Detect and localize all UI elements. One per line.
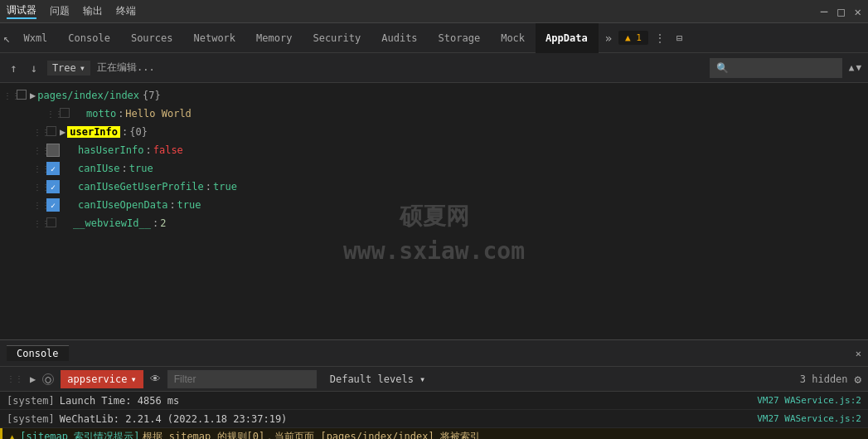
tab-more-button[interactable]: » xyxy=(599,32,618,45)
close-button[interactable]: ✕ xyxy=(855,5,861,18)
minimize-button[interactable]: ─ xyxy=(821,5,827,18)
appdata-toolbar: ↑ ↓ Tree ▾ 正在编辑... ▲ ▼ xyxy=(0,53,868,83)
row-dots-hasuserinfo: ⋮⋮ xyxy=(33,146,46,155)
search-input[interactable] xyxy=(710,58,842,78)
settings-button[interactable]: ⚙ xyxy=(855,373,861,386)
caniuseopendata-colon: : xyxy=(169,199,175,211)
toolbar-down-button[interactable]: ↓ xyxy=(27,60,40,76)
tab-wxml[interactable]: Wxml xyxy=(13,23,58,53)
hidden-count: 3 hidden xyxy=(800,373,848,385)
tab-console[interactable]: Console xyxy=(58,23,121,53)
msg-link-0[interactable]: VM27 WAService.js:2 xyxy=(757,395,861,406)
sitemap-link[interactable]: [sitemap 索引情况提示] xyxy=(20,430,139,439)
editing-status: 正在编辑... xyxy=(97,61,155,75)
eye-button[interactable]: 👁 xyxy=(150,373,161,385)
userinfo-key: userInfo xyxy=(67,126,120,138)
hasuserinfo-key: hasUserInfo xyxy=(78,144,143,156)
tab-warning-badge[interactable]: ▲ 1 xyxy=(618,31,648,45)
main-content: ↑ ↓ Tree ▾ 正在编辑... ▲ ▼ ⋮⋮ ▶ pages/index/… xyxy=(0,53,868,339)
caniuse-value: true xyxy=(129,163,153,174)
caniuse-colon: : xyxy=(122,163,128,174)
tree-dropdown[interactable]: Tree ▾ xyxy=(47,61,90,76)
tab-options-button[interactable]: ⋮ xyxy=(648,32,672,44)
tab-security[interactable]: Security xyxy=(303,23,371,53)
msg-prefix-1: [system] xyxy=(7,413,55,425)
caniuse-key: canIUse xyxy=(78,163,120,174)
tree-row-caniusegetuserprofile[interactable]: ⋮⋮ ✓ canIUseGetUserProfile : true xyxy=(0,178,868,196)
console-tab-label: Console xyxy=(17,348,59,359)
tree-arrow-icon: ▾ xyxy=(80,62,85,74)
tree-row-userinfo[interactable]: ⋮⋮ ▶ userInfo : {0} xyxy=(0,123,868,141)
default-levels-dropdown[interactable]: Default levels ▾ xyxy=(330,373,426,385)
console-play-button[interactable]: ▶ xyxy=(30,373,36,385)
console-panel: Console ✕ ⋮⋮ ▶ ○ appservice ▾ 👁 Default … xyxy=(0,339,868,439)
tree-row-webviewid[interactable]: ⋮⋮ __webviewId__ : 2 xyxy=(0,214,868,232)
tree-view: ⋮⋮ ▶ pages/index/index {7} ⋮⋮ motto : He… xyxy=(0,83,868,339)
caniusegetuserprofile-colon: : xyxy=(206,181,211,193)
tree-row-caniuse[interactable]: ⋮⋮ ✓ canIUse : true xyxy=(0,159,868,178)
hasuserinfo-checkbox[interactable] xyxy=(46,144,60,157)
hasuserinfo-value: false xyxy=(153,144,183,156)
title-bar-terminal[interactable]: 终端 xyxy=(116,4,136,18)
userinfo-colon: : xyxy=(122,126,128,138)
console-msg-0: [system] Launch Time: 4856 ms VM27 WASer… xyxy=(0,392,868,410)
tree-row-motto[interactable]: ⋮⋮ motto : Hello World xyxy=(13,105,868,123)
msg-link-1[interactable]: VM27 WAService.js:2 xyxy=(757,413,861,424)
tab-network[interactable]: Network xyxy=(184,23,247,53)
maximize-button[interactable]: □ xyxy=(837,5,844,18)
motto-colon: : xyxy=(118,108,124,120)
filter-input[interactable] xyxy=(167,370,317,388)
row-dots-caniusegetuserprofile: ⋮⋮ xyxy=(33,183,46,192)
console-filter-bar: ⋮⋮ ▶ ○ appservice ▾ 👁 Default levels ▾ 3… xyxy=(0,367,868,392)
caniusegetuserprofile-checkbox[interactable]: ✓ xyxy=(46,180,60,193)
tree-row-root[interactable]: ⋮⋮ ▶ pages/index/index {7} xyxy=(0,86,868,105)
root-key: pages/index/index xyxy=(37,90,139,101)
userinfo-value: {0} xyxy=(129,126,148,138)
tree-row-caniuseopendata[interactable]: ⋮⋮ ✓ canIUseOpenData : true xyxy=(0,196,868,214)
tab-mock[interactable]: Mock xyxy=(491,23,536,53)
console-close-button[interactable]: ✕ xyxy=(856,348,861,359)
toolbar-up-button[interactable]: ↑ xyxy=(7,60,20,76)
motto-checkbox-empty xyxy=(60,108,73,120)
tab-storage[interactable]: Storage xyxy=(429,23,492,53)
appservice-label: appservice xyxy=(67,373,127,385)
appservice-dropdown[interactable]: appservice ▾ xyxy=(61,370,143,388)
caniusegetuserprofile-key: canIUseGetUserProfile xyxy=(78,181,204,193)
msg-text-2: 根据 sitemap 的规则[0]，当前页面 [pages/index/inde… xyxy=(143,430,479,439)
title-bar-debugger[interactable]: 调试器 xyxy=(7,3,36,19)
console-circle-button[interactable]: ○ xyxy=(42,373,54,385)
webviewid-value: 2 xyxy=(160,217,166,229)
title-bar-right: ─ □ ✕ xyxy=(821,5,861,18)
title-bar: 调试器 问题 输出 终端 ─ □ ✕ xyxy=(0,0,868,23)
title-bar-output[interactable]: 输出 xyxy=(83,4,103,18)
webviewid-checkbox-empty xyxy=(46,217,60,230)
caniusegetuserprofile-value: true xyxy=(213,181,237,193)
tab-sources[interactable]: Sources xyxy=(121,23,184,53)
tab-cursor-icon: ↖ xyxy=(3,32,10,45)
root-checkbox xyxy=(17,90,30,102)
console-tab[interactable]: Console xyxy=(7,345,69,361)
motto-value: Hello World xyxy=(125,108,191,120)
row-dots-caniuseopendata: ⋮⋮ xyxy=(33,201,46,210)
msg-prefix-0: [system] xyxy=(7,395,55,407)
root-count: {7} xyxy=(143,90,161,101)
userinfo-checkbox-empty xyxy=(46,126,60,139)
nav-up-button[interactable]: ▲ xyxy=(849,62,855,73)
title-bar-issues[interactable]: 问题 xyxy=(50,4,70,18)
hasuserinfo-colon: : xyxy=(145,144,151,156)
caniuseopendata-checkbox[interactable]: ✓ xyxy=(46,198,60,212)
msg-text-1: WeChatLib: 2.21.4 (2022.1.18 23:37:19) xyxy=(60,413,288,425)
row-dots: ⋮⋮ xyxy=(3,91,17,100)
userinfo-expand-icon[interactable]: ▶ xyxy=(60,126,65,138)
tab-expand-button[interactable]: ⊟ xyxy=(672,32,687,44)
tab-memory[interactable]: Memory xyxy=(246,23,303,53)
caniuse-checkbox[interactable]: ✓ xyxy=(46,162,60,175)
nav-down-button[interactable]: ▼ xyxy=(856,62,861,73)
root-expand-icon[interactable]: ▶ xyxy=(30,90,36,101)
tab-audits[interactable]: Audits xyxy=(371,23,428,53)
appservice-arrow-icon: ▾ xyxy=(130,373,136,385)
tree-row-hasuserinfo[interactable]: ⋮⋮ hasUserInfo : false xyxy=(0,141,868,159)
row-dots-userinfo: ⋮⋮ xyxy=(33,128,46,137)
console-msg-1: [system] WeChatLib: 2.21.4 (2022.1.18 23… xyxy=(0,410,868,428)
tab-appdata[interactable]: AppData xyxy=(536,23,599,53)
